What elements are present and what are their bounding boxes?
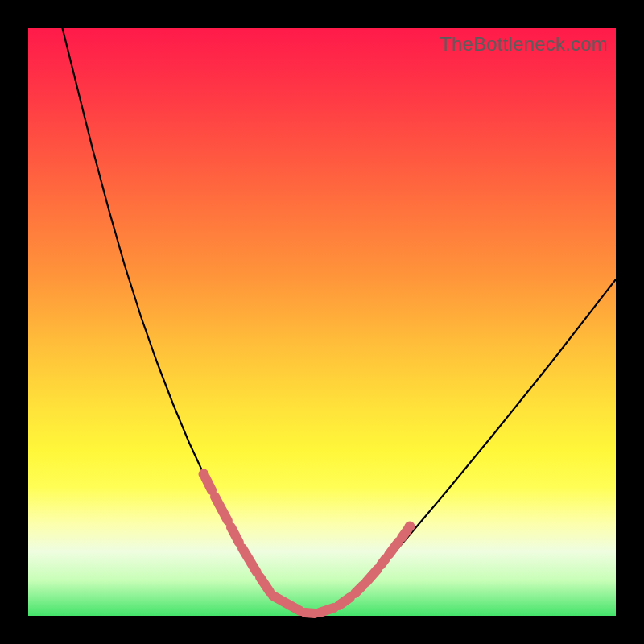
- marker-segment: [205, 477, 212, 490]
- marker-segment: [381, 559, 386, 565]
- marker-dot: [199, 469, 209, 480]
- marker-dot: [405, 522, 415, 532]
- outer-frame: TheBottleneck.com: [0, 0, 644, 644]
- marker-segment: [273, 596, 300, 611]
- marker-segment: [389, 542, 398, 555]
- marker-segment: [215, 497, 228, 521]
- marker-segment: [320, 608, 334, 613]
- bottleneck-curve: [60, 20, 616, 614]
- marker-group: [199, 469, 415, 614]
- marker-segment: [305, 613, 315, 613]
- curve-layer: [28, 28, 616, 616]
- marker-segment: [355, 585, 363, 593]
- marker-segment: [231, 527, 239, 543]
- marker-segment: [260, 577, 270, 592]
- plot-area: TheBottleneck.com: [28, 28, 616, 616]
- marker-segment: [242, 548, 257, 572]
- marker-segment: [366, 569, 378, 582]
- marker-segment: [339, 597, 350, 605]
